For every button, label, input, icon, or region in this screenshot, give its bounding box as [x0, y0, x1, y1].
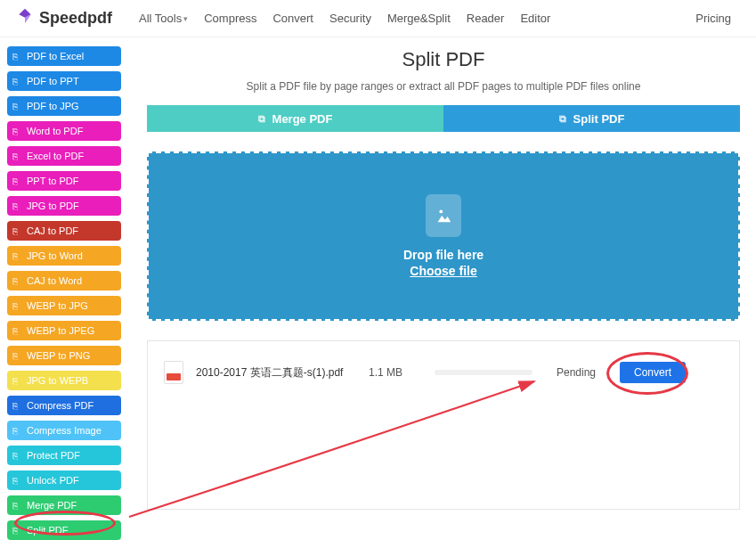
sidebar: ⎘PDF to Excel⎘PDF to PPT⎘PDF to JPG⎘Word…: [7, 46, 121, 540]
sidebar-item-webp-to-jpeg[interactable]: ⎘WEBP to JPEG: [7, 321, 121, 340]
split-icon: ⧉: [559, 113, 566, 125]
sidebar-item-label: Compress PDF: [27, 400, 93, 411]
sidebar-item-caj-to-pdf[interactable]: ⎘CAJ to PDF: [7, 221, 121, 241]
tool-icon: ⎘: [12, 276, 27, 286]
tab-merge-label: Merge PDF: [272, 112, 333, 126]
nav: All Tools▾ Compress Convert Security Mer…: [139, 12, 695, 25]
logo[interactable]: Speedpdf: [16, 7, 112, 29]
sidebar-item-label: JPG to WEPB: [27, 375, 88, 386]
nav-reader[interactable]: Reader: [467, 12, 505, 25]
tool-icon: ⎘: [12, 476, 27, 486]
tool-icon: ⎘: [12, 426, 27, 436]
tool-icon: ⎘: [12, 401, 27, 411]
sidebar-item-label: PDF to PPT: [27, 76, 79, 86]
convert-button[interactable]: Convert: [620, 362, 686, 383]
nav-convert[interactable]: Convert: [272, 12, 313, 25]
sidebar-item-label: JPG to Word: [27, 250, 83, 261]
tool-icon: ⎘: [12, 226, 27, 236]
sidebar-item-pdf-to-jpg[interactable]: ⎘PDF to JPG: [7, 96, 121, 116]
tool-icon: ⎘: [12, 52, 27, 61]
drop-zone[interactable]: Drop file here Choose file: [147, 151, 740, 321]
chevron-down-icon: ▾: [183, 14, 188, 23]
sidebar-item-label: Excel to PDF: [27, 151, 84, 161]
tool-icon: ⎘: [12, 176, 27, 186]
sidebar-item-compress-pdf[interactable]: ⎘Compress PDF: [7, 396, 121, 415]
nav-pricing[interactable]: Pricing: [695, 12, 731, 25]
tab-merge-pdf[interactable]: ⧉ Merge PDF: [147, 105, 443, 132]
sidebar-item-label: Compress Image: [27, 425, 102, 436]
sidebar-item-protect-pdf[interactable]: ⎘Protect PDF: [7, 446, 121, 465]
sidebar-item-label: PDF to Excel: [27, 51, 84, 61]
sidebar-item-label: JPG to PDF: [27, 200, 79, 211]
nav-security[interactable]: Security: [329, 12, 371, 25]
header: Speedpdf All Tools▾ Compress Convert Sec…: [0, 0, 756, 37]
sidebar-item-label: WEBP to PNG: [27, 350, 90, 361]
merge-icon: ⧉: [258, 113, 265, 125]
file-name: 2010-2017 英语二真题-s(1).pdf: [196, 365, 356, 380]
svg-point-0: [439, 210, 443, 214]
tool-icon: ⎘: [12, 151, 27, 161]
tool-icon: ⎘: [12, 301, 27, 311]
sidebar-item-label: Split PDF: [27, 525, 68, 536]
tool-icon: ⎘: [12, 102, 27, 111]
sidebar-item-label: Protect PDF: [27, 450, 80, 461]
file-row: 2010-2017 英语二真题-s(1).pdf 1.1 MB Pending …: [164, 361, 723, 384]
sidebar-item-label: Merge PDF: [27, 500, 77, 511]
file-size: 1.1 MB: [369, 366, 422, 379]
pdf-file-icon: [164, 361, 183, 384]
choose-file-link[interactable]: Choose file: [410, 264, 476, 278]
sidebar-item-label: Word to PDF: [27, 126, 83, 136]
sidebar-item-jpg-to-wepb[interactable]: ⎘JPG to WEPB: [7, 371, 121, 390]
tool-icon: ⎘: [12, 526, 27, 536]
sidebar-item-label: PDF to JPG: [27, 101, 79, 111]
sidebar-item-label: WEBP to JPG: [27, 300, 88, 311]
sidebar-item-label: CAJ to PDF: [27, 225, 78, 236]
nav-compress[interactable]: Compress: [204, 12, 256, 25]
sidebar-item-label: Unlock PDF: [27, 475, 79, 486]
tabs: ⧉ Merge PDF ⧉ Split PDF: [147, 105, 740, 132]
nav-editor[interactable]: Editor: [520, 12, 550, 25]
nav-merge-split[interactable]: Merge&Split: [387, 12, 451, 25]
file-upload-icon: [426, 194, 461, 237]
logo-icon: [16, 7, 34, 29]
tool-icon: ⎘: [12, 326, 27, 336]
sidebar-item-webp-to-png[interactable]: ⎘WEBP to PNG: [7, 346, 121, 365]
tool-icon: ⎘: [12, 201, 27, 211]
sidebar-item-split-pdf[interactable]: ⎘Split PDF: [7, 520, 121, 540]
sidebar-item-compress-image[interactable]: ⎘Compress Image: [7, 421, 121, 440]
tab-split-pdf[interactable]: ⧉ Split PDF: [443, 105, 740, 132]
page-title: Split PDF: [147, 48, 740, 71]
drop-text: Drop file here: [403, 248, 484, 262]
sidebar-item-pdf-to-ppt[interactable]: ⎘PDF to PPT: [7, 71, 121, 91]
brand-text: Speedpdf: [39, 9, 112, 28]
tab-split-label: Split PDF: [573, 112, 625, 126]
sidebar-item-word-to-pdf[interactable]: ⎘Word to PDF: [7, 121, 121, 141]
sidebar-item-jpg-to-pdf[interactable]: ⎘JPG to PDF: [7, 196, 121, 216]
progress-bar: [435, 370, 532, 375]
sidebar-item-merge-pdf[interactable]: ⎘Merge PDF: [7, 495, 121, 515]
main: Split PDF Split a PDF file by page range…: [147, 37, 740, 510]
sidebar-item-unlock-pdf[interactable]: ⎘Unlock PDF: [7, 470, 121, 490]
tool-icon: ⎘: [12, 251, 27, 261]
sidebar-item-excel-to-pdf[interactable]: ⎘Excel to PDF: [7, 146, 121, 166]
sidebar-item-jpg-to-word[interactable]: ⎘JPG to Word: [7, 246, 121, 266]
tool-icon: ⎘: [12, 376, 27, 386]
sidebar-item-label: CAJ to Word: [27, 275, 82, 286]
page-description: Split a PDF file by page ranges or extra…: [147, 80, 740, 93]
file-status: Pending: [545, 366, 607, 379]
nav-all-tools[interactable]: All Tools▾: [139, 12, 188, 25]
sidebar-item-label: WEBP to JPEG: [27, 325, 94, 336]
file-panel: 2010-2017 英语二真题-s(1).pdf 1.1 MB Pending …: [147, 340, 740, 510]
sidebar-item-webp-to-jpg[interactable]: ⎘WEBP to JPG: [7, 296, 121, 315]
sidebar-item-caj-to-word[interactable]: ⎘CAJ to Word: [7, 271, 121, 290]
sidebar-item-label: PPT to PDF: [27, 176, 78, 186]
tool-icon: ⎘: [12, 501, 27, 511]
tool-icon: ⎘: [12, 127, 27, 136]
sidebar-item-ppt-to-pdf[interactable]: ⎘PPT to PDF: [7, 171, 121, 191]
tool-icon: ⎘: [12, 351, 27, 361]
sidebar-item-pdf-to-excel[interactable]: ⎘PDF to Excel: [7, 46, 121, 66]
tool-icon: ⎘: [12, 77, 27, 86]
tool-icon: ⎘: [12, 451, 27, 461]
